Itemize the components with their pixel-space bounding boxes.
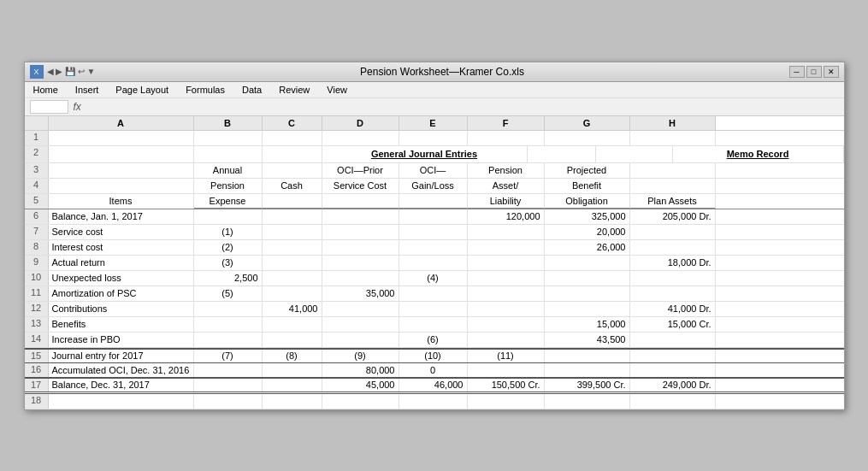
table-row: 6 Balance, Jan. 1, 2017 120,000 325,000 … bbox=[25, 209, 844, 225]
table-row: 15 Journal entry for 2017 (7) (8) (9) (1… bbox=[25, 348, 844, 363]
col-header-c[interactable]: C bbox=[263, 116, 322, 130]
col-header-b[interactable]: B bbox=[194, 116, 263, 130]
table-row: 10 Unexpected loss 2,500 (4) bbox=[25, 271, 844, 286]
table-row: 18 bbox=[25, 394, 844, 409]
table-row: 9 Actual return (3) 18,000 Dr. bbox=[25, 256, 844, 271]
window-title: Pension Worksheet—Kramer Co.xls bbox=[96, 66, 789, 78]
menu-home[interactable]: Home bbox=[30, 84, 62, 96]
col-header-h[interactable]: H bbox=[630, 116, 716, 130]
table-row: 13 Benefits 15,000 15,000 Cr. bbox=[25, 317, 844, 333]
restore-button[interactable]: □ bbox=[806, 66, 822, 78]
formula-input[interactable] bbox=[86, 102, 839, 112]
menu-bar: Home Insert Page Layout Formulas Data Re… bbox=[25, 82, 844, 98]
excel-window: X ◀ ▶ 💾 ↩ ▼ Pension Worksheet—Kramer Co.… bbox=[24, 62, 845, 410]
title-bar-controls: ─ □ ✕ bbox=[789, 66, 839, 78]
col-header-d[interactable]: D bbox=[322, 116, 399, 130]
table-row: 3 Annual OCI—Prior OCI— Pension Projecte… bbox=[25, 163, 844, 179]
minimize-button[interactable]: ─ bbox=[789, 66, 805, 78]
table-row: 14 Increase in PBO (6) 43,500 bbox=[25, 333, 844, 348]
app-icon: X bbox=[30, 65, 44, 79]
table-row: 5 Items Expense Liability Obligation Pla… bbox=[25, 194, 844, 209]
col-header-g[interactable]: G bbox=[545, 116, 630, 130]
formula-bar: P18 fx bbox=[25, 98, 844, 116]
col-header-e[interactable]: E bbox=[399, 116, 468, 130]
menu-insert[interactable]: Insert bbox=[72, 84, 103, 96]
table-row: 16 Accumulated OCI, Dec. 31, 2016 80,000… bbox=[25, 363, 844, 379]
table-row: 12 Contributions 41,000 41,000 Dr. bbox=[25, 302, 844, 317]
quick-access: ◀ ▶ 💾 ↩ ▼ bbox=[47, 67, 96, 76]
title-bar-left: X ◀ ▶ 💾 ↩ ▼ bbox=[30, 65, 96, 79]
col-header-a[interactable]: A bbox=[49, 116, 194, 130]
spreadsheet: A B C D E F G H 1 2 General Jou bbox=[25, 116, 844, 409]
menu-page-layout[interactable]: Page Layout bbox=[112, 84, 172, 96]
column-headers: A B C D E F G H bbox=[25, 116, 844, 131]
table-row: 1 bbox=[25, 131, 844, 146]
menu-formulas[interactable]: Formulas bbox=[182, 84, 228, 96]
cell-reference[interactable]: P18 bbox=[30, 100, 68, 114]
table-row: 17 Balance, Dec. 31, 2017 45,000 46,000 … bbox=[25, 379, 844, 394]
menu-review[interactable]: Review bbox=[275, 84, 313, 96]
table-row: 8 Interest cost (2) 26,000 bbox=[25, 240, 844, 256]
table-row: 7 Service cost (1) 20,000 bbox=[25, 225, 844, 240]
table-row: 4 Pension Cash Service Cost Gain/Loss As… bbox=[25, 179, 844, 194]
table-row: 11 Amortization of PSC (5) 35,000 bbox=[25, 286, 844, 302]
close-button[interactable]: ✕ bbox=[824, 66, 839, 78]
corner-header bbox=[25, 116, 49, 130]
menu-data[interactable]: Data bbox=[239, 84, 265, 96]
col-header-f[interactable]: F bbox=[468, 116, 545, 130]
menu-view[interactable]: View bbox=[323, 84, 351, 96]
fx-icon: fx bbox=[74, 101, 81, 113]
title-bar: X ◀ ▶ 💾 ↩ ▼ Pension Worksheet—Kramer Co.… bbox=[25, 62, 844, 82]
table-row: 2 General Journal Entries Memo Record bbox=[25, 146, 844, 163]
